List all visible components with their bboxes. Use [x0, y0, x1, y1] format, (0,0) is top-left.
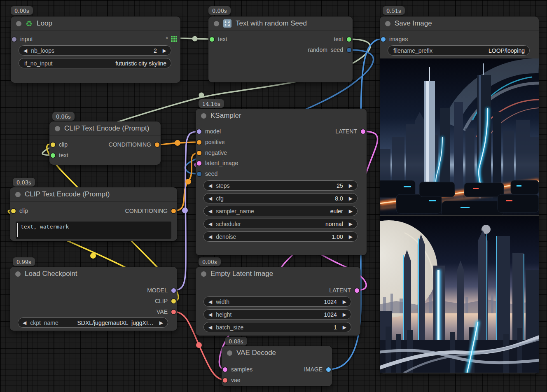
- increment-arrow-icon[interactable]: ▶: [349, 183, 353, 188]
- node-header[interactable]: Empty Latent Image: [196, 267, 360, 281]
- port-dot[interactable]: [12, 37, 16, 42]
- widget-nb-loops[interactable]: ◀ nb_loops 2 ▶: [19, 45, 171, 56]
- input-port-seed[interactable]: seed: [197, 169, 217, 178]
- decrement-arrow-icon[interactable]: ◀: [208, 312, 212, 317]
- decrement-arrow-icon[interactable]: ◀: [208, 183, 212, 188]
- node-header[interactable]: Load Checkpoint: [10, 267, 177, 281]
- port-dot[interactable]: [347, 48, 351, 52]
- input-port-vae[interactable]: vae: [223, 376, 241, 385]
- port-dot[interactable]: [355, 288, 359, 293]
- collapse-dot[interactable]: [16, 21, 21, 26]
- node-text-with-random-seed[interactable]: 1 2 3 4 Text with random Seed text text …: [208, 16, 353, 82]
- widget-scheduler[interactable]: ◀ scheduler normal ▶: [203, 219, 358, 229]
- node-clip-text-encode-positive[interactable]: CLIP Text Encode (Prompt) clip text COND…: [49, 121, 161, 165]
- node-header[interactable]: CLIP Text Encode (Prompt): [10, 187, 177, 202]
- collapse-dot[interactable]: [385, 21, 390, 26]
- increment-arrow-icon[interactable]: ▶: [343, 325, 346, 330]
- node-save-image[interactable]: Save Image images filename_prefix LOOP/l…: [380, 16, 539, 373]
- input-port-model[interactable]: model: [197, 127, 221, 136]
- output-port-random-seed[interactable]: random_seed: [308, 45, 351, 54]
- port-dot[interactable]: [223, 378, 227, 383]
- input-port-clip[interactable]: clip: [51, 140, 68, 149]
- grid-output-icon[interactable]: [171, 36, 177, 42]
- increment-arrow-icon[interactable]: ▶: [349, 222, 353, 226]
- widget-cfg[interactable]: ◀ cfg 8.0 ▶: [203, 193, 358, 203]
- widget-height[interactable]: ◀ height 1024 ▶: [203, 309, 351, 320]
- node-ksampler[interactable]: KSampler model positive negative latent_…: [196, 109, 367, 255]
- decrement-arrow-icon[interactable]: ◀: [208, 234, 212, 239]
- increment-arrow-icon[interactable]: ▶: [159, 320, 163, 325]
- node-header[interactable]: Save Image: [380, 16, 539, 31]
- increment-arrow-icon[interactable]: ▶: [349, 234, 353, 239]
- widget-if-no-input[interactable]: if_no_input futuristic city skyline: [19, 58, 171, 68]
- output-port-any[interactable]: *: [166, 35, 177, 42]
- output-port-clip[interactable]: CLIP: [155, 296, 176, 306]
- port-dot[interactable]: [197, 140, 201, 145]
- increment-arrow-icon[interactable]: ▶: [343, 312, 346, 317]
- widget-ckpt-name[interactable]: ◀ ckpt_name SDXL/juggernautXL_juggXI… ▶: [18, 317, 168, 328]
- input-port-input[interactable]: input: [12, 35, 33, 44]
- port-dot[interactable]: [171, 310, 176, 314]
- port-dot[interactable]: [155, 142, 159, 147]
- output-port-text[interactable]: text: [334, 35, 351, 44]
- port-dot[interactable]: [11, 209, 16, 213]
- decrement-arrow-icon[interactable]: ◀: [23, 320, 26, 325]
- node-vae-decode[interactable]: VAE Decode samples vae IMAGE: [222, 346, 332, 386]
- port-dot[interactable]: [326, 367, 331, 372]
- port-dot[interactable]: [197, 161, 201, 166]
- port-dot[interactable]: [381, 37, 386, 42]
- output-port-conditioning[interactable]: CONDITIONING: [125, 206, 176, 215]
- input-port-images[interactable]: images: [381, 35, 408, 44]
- port-dot[interactable]: [171, 209, 176, 213]
- node-header[interactable]: VAE Decode: [222, 346, 332, 360]
- collapse-dot[interactable]: [15, 192, 21, 197]
- increment-arrow-icon[interactable]: ▶: [163, 48, 166, 53]
- node-header[interactable]: KSampler: [196, 109, 367, 123]
- widget-sampler-name[interactable]: ◀ sampler_name euler ▶: [203, 206, 358, 216]
- collapse-dot[interactable]: [227, 350, 232, 356]
- increment-arrow-icon[interactable]: ▶: [343, 299, 346, 304]
- output-port-vae[interactable]: VAE: [157, 307, 176, 316]
- port-dot[interactable]: [197, 172, 201, 176]
- input-port-text[interactable]: text: [51, 151, 68, 160]
- collapse-dot[interactable]: [15, 271, 21, 277]
- output-port-latent[interactable]: LATENT: [329, 286, 359, 295]
- port-dot[interactable]: [210, 37, 214, 42]
- widget-steps[interactable]: ◀ steps 25 ▶: [203, 180, 358, 191]
- port-dot[interactable]: [347, 37, 351, 42]
- input-port-clip[interactable]: clip: [11, 206, 28, 215]
- port-dot[interactable]: [51, 142, 55, 147]
- node-loop[interactable]: ♻ Loop input * ◀ nb_loops 2 ▶ if_no_inpu…: [11, 16, 180, 83]
- decrement-arrow-icon[interactable]: ◀: [208, 299, 212, 304]
- node-empty-latent-image[interactable]: Empty Latent Image LATENT ◀ width 1024 ▶…: [196, 267, 360, 336]
- port-dot[interactable]: [197, 129, 201, 134]
- node-header[interactable]: 1 2 3 4 Text with random Seed: [208, 16, 353, 31]
- output-port-conditioning[interactable]: CONDITIONING: [109, 140, 159, 149]
- output-port-image[interactable]: IMAGE: [304, 365, 331, 374]
- widget-filename-prefix[interactable]: filename_prefix LOOP/looping: [388, 45, 530, 56]
- port-dot[interactable]: [51, 153, 55, 158]
- input-port-text[interactable]: text: [210, 35, 227, 44]
- port-dot[interactable]: [361, 129, 365, 134]
- port-dot[interactable]: [171, 299, 176, 303]
- widget-denoise[interactable]: ◀ denoise 1.00 ▶: [203, 231, 358, 242]
- collapse-dot[interactable]: [55, 126, 60, 131]
- widget-width[interactable]: ◀ width 1024 ▶: [203, 296, 351, 307]
- output-port-model[interactable]: MODEL: [147, 286, 176, 295]
- node-clip-text-encode-negative[interactable]: CLIP Text Encode (Prompt) clip CONDITION…: [10, 187, 177, 241]
- increment-arrow-icon[interactable]: ▶: [349, 209, 353, 214]
- collapse-dot[interactable]: [201, 271, 206, 277]
- widget-batch-size[interactable]: ◀ batch_size 1 ▶: [203, 322, 351, 332]
- input-port-positive[interactable]: positive: [197, 138, 224, 147]
- node-header[interactable]: CLIP Text Encode (Prompt): [49, 121, 161, 136]
- textarea-scrollbar[interactable]: [17, 223, 18, 237]
- decrement-arrow-icon[interactable]: ◀: [208, 325, 212, 330]
- input-port-samples[interactable]: samples: [223, 365, 252, 374]
- input-port-negative[interactable]: negative: [197, 148, 227, 157]
- prompt-textarea[interactable]: text, watermark: [16, 222, 171, 239]
- decrement-arrow-icon[interactable]: ◀: [23, 48, 27, 53]
- node-graph-canvas[interactable]: 0.00s 0.00s 0.06s 0.03s 14.16s 0.99s 0.0…: [0, 0, 547, 392]
- port-dot[interactable]: [171, 288, 176, 293]
- collapse-dot[interactable]: [201, 113, 206, 119]
- decrement-arrow-icon[interactable]: ◀: [208, 196, 212, 201]
